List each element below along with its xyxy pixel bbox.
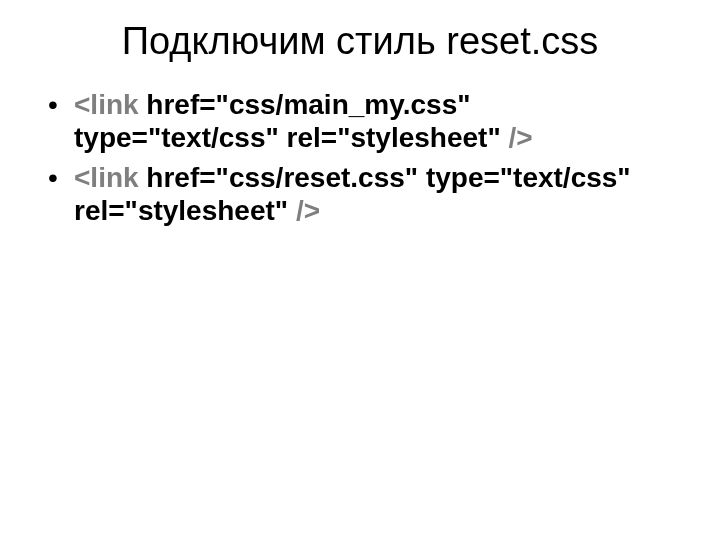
- code-open: <link: [74, 89, 139, 120]
- code-attrs: href="css/main_my.css" type="text/css" r…: [74, 89, 508, 154]
- code-block: <link href="css/reset.css" type="text/cs…: [74, 161, 674, 228]
- code-open: <link: [74, 162, 139, 193]
- code-close: />: [296, 195, 320, 226]
- slide-title: Подключим стиль reset.css: [46, 20, 674, 64]
- list-item: <link href="css/main_my.css" type="text/…: [48, 88, 674, 155]
- code-close: />: [508, 122, 532, 153]
- list-item: <link href="css/reset.css" type="text/cs…: [48, 161, 674, 228]
- code-attrs: href="css/reset.css" type="text/css" rel…: [74, 162, 631, 227]
- slide: Подключим стиль reset.css <link href="cs…: [0, 0, 720, 540]
- bullet-list: <link href="css/main_my.css" type="text/…: [46, 88, 674, 228]
